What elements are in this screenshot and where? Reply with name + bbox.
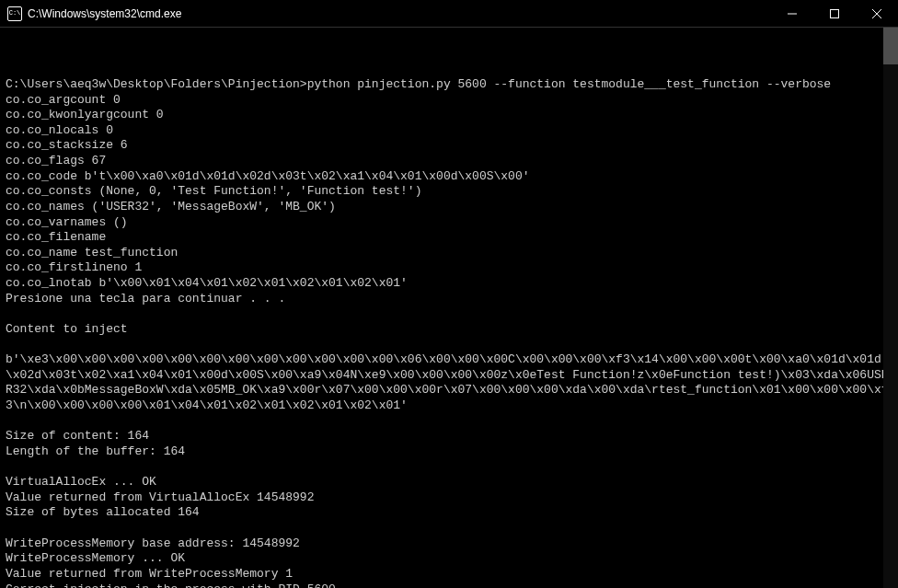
- minimize-button[interactable]: [771, 0, 813, 27]
- prompt-path: C:\Users\aeq3w\Desktop\Folders\Pinjectio…: [6, 77, 307, 91]
- window-controls: [771, 0, 898, 27]
- scrollbar-thumb[interactable]: [883, 28, 898, 64]
- window-title: C:\Windows\system32\cmd.exe: [28, 7, 771, 20]
- command-text: python pinjection.py 5600 --function tes…: [307, 77, 832, 91]
- terminal-output[interactable]: C:\Users\aeq3w\Desktop\Folders\Pinjectio…: [0, 28, 898, 588]
- cmd-icon: C:\: [7, 6, 22, 21]
- minimize-icon: [788, 9, 797, 18]
- maximize-icon: [830, 9, 839, 18]
- svg-rect-1: [831, 9, 839, 17]
- maximize-button[interactable]: [813, 0, 856, 27]
- window-titlebar: C:\ C:\Windows\system32\cmd.exe: [0, 0, 898, 28]
- scrollbar[interactable]: [883, 28, 898, 588]
- output-lines: co.co_argcount 0 co.co_kwonlyargcount 0 …: [6, 93, 892, 589]
- close-button[interactable]: [856, 0, 898, 27]
- close-icon: [872, 9, 881, 18]
